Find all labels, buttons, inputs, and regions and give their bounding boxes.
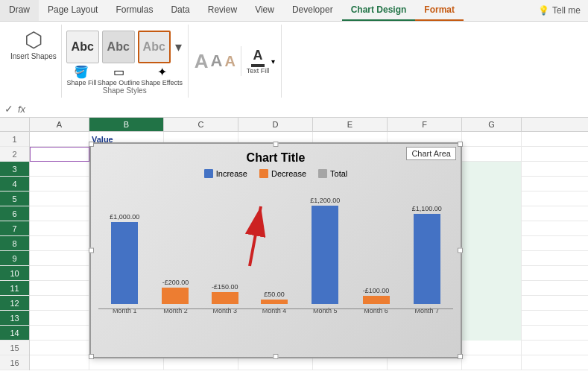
ribbon-content: ⬡ Insert Shapes Abc Abc Abc ▾ 🪣 Shape Fi… [0,22,588,101]
col-header-a[interactable]: A [30,118,89,131]
insert-shapes-group: ⬡ Insert Shapes [6,25,62,98]
formula-input[interactable] [30,104,584,114]
chart-body: £1,000.00 Month 1 -£200.00 Month 2 -£150… [91,184,461,333]
shape-outline-button[interactable]: ▭ Shape Outline [98,65,140,86]
text-fill-button[interactable]: A Text Fill [247,48,270,75]
row-11: 11 [0,281,29,296]
cell-g10[interactable] [462,266,522,281]
legend-increase: Increase [204,169,247,178]
tab-draw[interactable]: Draw [0,0,39,21]
cell-a12[interactable] [30,296,89,311]
cell-a11[interactable] [30,281,89,296]
col-header-b[interactable]: B [89,118,164,131]
tab-review[interactable]: Review [199,0,246,21]
more-styles-button[interactable]: ▾ [174,39,183,55]
chart-title: Chart Title [91,144,461,169]
outline-icon: ▭ [113,65,124,79]
cell-a3[interactable] [30,162,89,177]
legend-label-decrease: Decrease [271,169,306,178]
shape-fill-button[interactable]: 🪣 Shape Fill [66,65,96,86]
row-10: 10 [0,266,29,281]
cell-a16[interactable] [30,355,89,370]
cell-a9[interactable] [30,251,89,266]
cell-g7[interactable] [462,221,522,236]
bar-6 [363,296,390,304]
tab-view[interactable]: View [246,0,283,21]
cell-g15[interactable] [462,341,522,355]
cell-a13[interactable] [30,311,89,326]
row-16: 16 [0,355,29,370]
cell-g16[interactable] [462,355,522,370]
shape-effects-button[interactable]: ✦ Shape Effects [141,65,183,86]
text-format-group: A A A A Text Fill ▾ [189,25,282,98]
cell-g2[interactable] [462,147,522,162]
cell-a7[interactable] [30,221,89,236]
cell-g8[interactable] [462,236,522,251]
resize-handle-tr[interactable] [458,142,463,147]
cell-g5[interactable] [462,192,522,206]
bar-group-6: -£100.00 Month 6 [363,208,390,314]
row-4: 4 [0,177,29,192]
chart-container[interactable]: Chart Area Chart Title Increase Decrease… [89,142,462,358]
text-format-a2[interactable]: A [211,51,223,71]
cell-a2[interactable] [30,147,89,162]
bar-group-1: £1,000.00 Month 1 [110,213,139,314]
row-12: 12 [0,296,29,311]
cell-g4[interactable] [462,177,522,192]
tab-formulas[interactable]: Formulas [107,0,162,21]
bar-group-4: £50.00 Month 4 [261,208,288,314]
tab-data[interactable]: Data [162,0,198,21]
col-header-d[interactable]: D [238,118,313,131]
cell-g14[interactable] [462,326,522,341]
tell-me-area[interactable]: 💡 Tell me [464,0,588,21]
cell-a10[interactable] [30,266,89,281]
resize-handle-tl[interactable] [89,142,94,147]
resize-handle-b[interactable] [274,354,279,359]
tab-format[interactable]: Format [415,0,464,21]
tab-chart-design[interactable]: Chart Design [342,0,416,21]
cell-g13[interactable] [462,311,522,326]
legend-dot-total [318,169,327,178]
cell-a5[interactable] [30,192,89,206]
shape-outline-label: Shape Outline [98,79,140,86]
chart-legend: Increase Decrease Total [91,169,461,184]
cell-g12[interactable] [462,296,522,311]
row-5: 5 [0,192,29,206]
legend-dot-decrease [259,169,268,178]
bar-1 [111,222,138,304]
resize-handle-t[interactable] [274,142,279,147]
col-header-g[interactable]: G [462,118,522,131]
effects-icon: ✦ [157,65,167,79]
cell-a8[interactable] [30,236,89,251]
shape-fill-row: 🪣 Shape Fill ▭ Shape Outline ✦ Shape Eff… [66,65,183,86]
text-format-a1[interactable]: A [195,50,209,73]
bar-4 [261,300,288,304]
text-fill-arrow[interactable]: ▾ [271,57,275,66]
cell-g6[interactable] [462,206,522,221]
cell-a14[interactable] [30,326,89,341]
resize-handle-br[interactable] [458,354,463,359]
formula-check-icon[interactable]: ✓ [4,103,13,115]
col-header-c[interactable]: C [164,118,238,131]
cell-g3[interactable] [462,162,522,177]
bar-group-2: -£200.00 Month 2 [162,208,189,314]
resize-handle-bl[interactable] [89,354,94,359]
tab-developer[interactable]: Developer [283,0,342,21]
shape-style-1[interactable]: Abc [66,31,99,63]
shape-style-2[interactable]: Abc [102,31,135,63]
col-header-e[interactable]: E [313,118,388,131]
text-format-a3[interactable]: A [224,53,235,70]
lightbulb-icon: 💡 [538,5,549,16]
cell-a15[interactable] [30,341,89,355]
cell-a4[interactable] [30,177,89,192]
cell-g1[interactable] [462,132,522,147]
insert-shapes-button[interactable]: ⬡ Insert Shapes [10,28,57,61]
cell-g9[interactable] [462,251,522,266]
cell-a1[interactable] [30,132,89,147]
cell-a6[interactable] [30,206,89,221]
text-fill-label: Text Fill [247,67,270,75]
tab-page-layout[interactable]: Page Layout [39,0,107,21]
cell-g11[interactable] [462,281,522,296]
shape-style-3[interactable]: Abc [138,31,171,63]
col-header-f[interactable]: F [388,118,462,131]
